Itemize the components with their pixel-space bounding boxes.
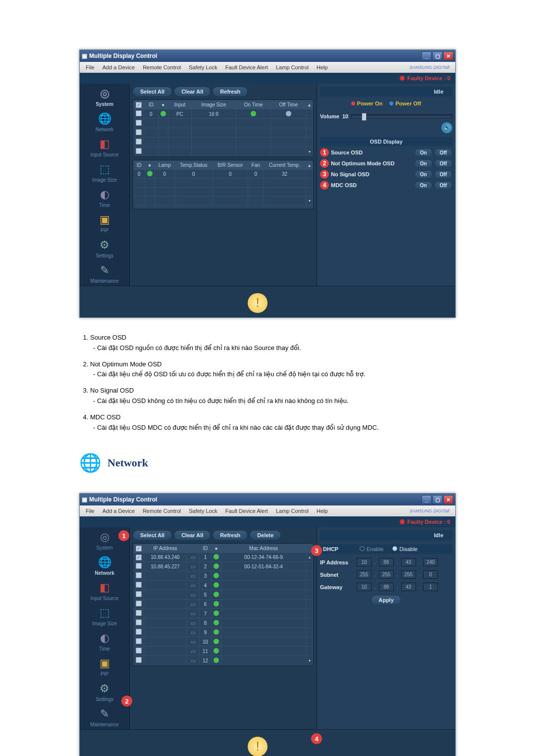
no-signal-on-button[interactable]: On: [415, 170, 432, 179]
table-row[interactable]: [134, 179, 313, 188]
minimize-button[interactable]: _: [422, 495, 431, 504]
ip-part-1[interactable]: 10: [357, 558, 372, 566]
row-checkbox[interactable]: [136, 638, 142, 644]
source-osd-off-button[interactable]: Off: [434, 149, 452, 157]
power-off-button[interactable]: Power Off: [389, 101, 421, 106]
menu-safety-lock[interactable]: Safety Lock: [185, 508, 221, 514]
subnet-3[interactable]: 255: [401, 570, 416, 579]
volume-slider-thumb[interactable]: [362, 113, 367, 121]
power-on-button[interactable]: Power On: [351, 101, 382, 106]
scroll-up[interactable]: ▴: [306, 101, 313, 109]
menu-lamp-control[interactable]: Lamp Control: [272, 508, 313, 514]
sidebar-item-pip[interactable]: ▣PIP: [80, 210, 129, 235]
table-row[interactable]: 0 PC 16:9: [134, 109, 313, 119]
table-row[interactable]: ▭11: [134, 647, 313, 656]
row-checkbox[interactable]: [136, 629, 142, 635]
table-row[interactable]: 10.88.45.227▭200-12-51-84-32-4: [134, 562, 313, 571]
sidebar-item-system[interactable]: ◎System: [80, 84, 129, 109]
menu-fault-device-alert[interactable]: Fault Device Alert: [221, 64, 272, 70]
sidebar-item-maintenance[interactable]: ✎Maintenance: [80, 260, 129, 286]
table-row[interactable]: ▾: [134, 197, 313, 205]
mdc-osd-on-button[interactable]: On: [415, 181, 432, 190]
speaker-icon[interactable]: 🔊: [441, 122, 452, 133]
menu-remote-control[interactable]: Remote Control: [139, 64, 185, 70]
sidebar-item-time[interactable]: ◐Time: [80, 185, 129, 210]
scroll-down[interactable]: ▾: [306, 197, 313, 205]
table-row[interactable]: [134, 128, 313, 138]
table-row[interactable]: ▭6: [134, 600, 313, 609]
select-all-button[interactable]: Select All: [133, 530, 172, 540]
select-all-checkbox[interactable]: [136, 546, 142, 552]
menu-fault-device-alert[interactable]: Fault Device Alert: [221, 508, 272, 514]
maximize-button[interactable]: ▢: [432, 51, 442, 60]
table-row[interactable]: ▭12▾: [134, 656, 313, 665]
table-row[interactable]: ▭3: [134, 571, 313, 581]
table-row[interactable]: [134, 119, 313, 128]
sidebar-item-image[interactable]: ⬚Image Size: [80, 603, 129, 628]
row-checkbox[interactable]: [136, 148, 142, 154]
not-optimum-off-button[interactable]: Off: [434, 159, 452, 168]
apply-button[interactable]: Apply: [371, 595, 401, 605]
menu-add-device[interactable]: Add a Device: [99, 508, 139, 514]
menu-remote-control[interactable]: Remote Control: [139, 508, 185, 514]
subnet-2[interactable]: 255: [379, 570, 394, 579]
table-row[interactable]: ▭8: [134, 618, 313, 628]
dhcp-enable-radio[interactable]: Enable: [360, 546, 383, 552]
ip-part-2[interactable]: 88: [379, 558, 394, 566]
menu-help[interactable]: Help: [313, 64, 332, 70]
row-checkbox[interactable]: [136, 657, 142, 663]
refresh-button[interactable]: Refresh: [213, 530, 248, 540]
table-row[interactable]: ▾: [134, 147, 313, 156]
row-checkbox[interactable]: [136, 572, 142, 578]
row-checkbox[interactable]: [136, 554, 142, 560]
clear-all-button[interactable]: Clear All: [174, 530, 211, 540]
menu-add-device[interactable]: Add a Device: [99, 64, 139, 70]
no-signal-off-button[interactable]: Off: [434, 170, 452, 179]
clear-all-button[interactable]: Clear All: [174, 87, 211, 97]
menu-file[interactable]: File: [82, 64, 99, 70]
ip-part-4[interactable]: 240: [423, 558, 438, 566]
menu-help[interactable]: Help: [313, 508, 332, 514]
sidebar-item-network[interactable]: 🌐Network: [80, 553, 129, 578]
table-row[interactable]: ▭5: [134, 590, 313, 600]
sidebar-item-network[interactable]: 🌐Network: [80, 109, 129, 134]
gw-3[interactable]: 43: [401, 583, 416, 591]
sidebar-item-time[interactable]: ◐Time: [80, 628, 129, 654]
row-checkbox[interactable]: [136, 619, 142, 625]
row-checkbox[interactable]: [136, 139, 142, 145]
sidebar-item-input[interactable]: ◧Input Source: [80, 578, 129, 603]
table-row[interactable]: ▭7: [134, 609, 313, 618]
table-row[interactable]: [134, 188, 313, 197]
gw-4[interactable]: 1: [423, 583, 438, 591]
minimize-button[interactable]: _: [422, 51, 431, 60]
row-checkbox[interactable]: [136, 563, 142, 569]
menu-file[interactable]: File: [82, 508, 99, 514]
row-checkbox[interactable]: [136, 110, 142, 116]
sidebar-item-image[interactable]: ⬚Image Size: [80, 159, 129, 185]
scroll-down[interactable]: ▾: [306, 147, 313, 156]
row-checkbox[interactable]: [136, 591, 142, 597]
sidebar-item-settings[interactable]: ⚙Settings: [80, 235, 129, 260]
gw-1[interactable]: 10: [357, 583, 372, 591]
subnet-1[interactable]: 255: [357, 570, 372, 579]
row-checkbox[interactable]: [136, 601, 142, 606]
row-checkbox[interactable]: [136, 582, 142, 588]
table-row[interactable]: [134, 138, 313, 147]
row-checkbox[interactable]: [136, 129, 142, 135]
delete-button[interactable]: Delete: [250, 530, 281, 540]
table-row[interactable]: ▭10: [134, 637, 313, 647]
select-all-checkbox[interactable]: [136, 102, 142, 108]
table-row[interactable]: 10.88.43.240▭100-12-34-74-66-9▴: [134, 553, 313, 562]
menu-safety-lock[interactable]: Safety Lock: [185, 64, 221, 70]
mdc-osd-off-button[interactable]: Off: [434, 181, 452, 190]
row-checkbox[interactable]: [136, 610, 142, 616]
scroll-up[interactable]: ▴: [306, 161, 313, 170]
table-row[interactable]: ▭9: [134, 628, 313, 637]
scroll-up[interactable]: ▴: [306, 553, 313, 562]
source-osd-on-button[interactable]: On: [415, 149, 432, 157]
table-row[interactable]: ▭4: [134, 581, 313, 590]
close-button[interactable]: ✕: [443, 495, 453, 504]
gw-2[interactable]: 88: [379, 583, 394, 591]
maximize-button[interactable]: ▢: [432, 495, 442, 504]
sidebar-item-pip[interactable]: ▣PIP: [80, 654, 129, 679]
